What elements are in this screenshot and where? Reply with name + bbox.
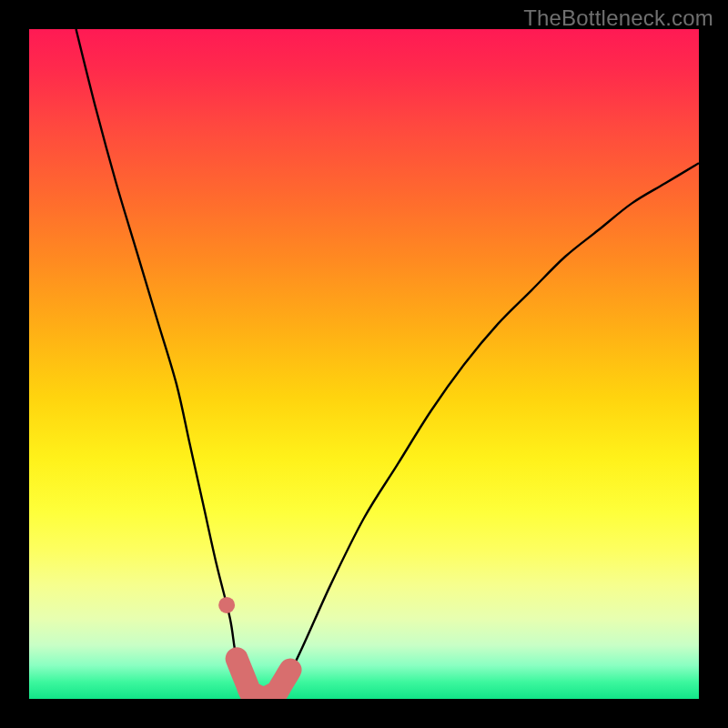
highlight-band [237,659,290,699]
curve-layer [29,29,699,699]
plot-area [29,29,699,699]
highlight-dot [218,597,235,613]
bottleneck-curve [76,29,699,699]
chart-frame: TheBottleneck.com [0,0,728,728]
watermark-text: TheBottleneck.com [523,5,713,31]
